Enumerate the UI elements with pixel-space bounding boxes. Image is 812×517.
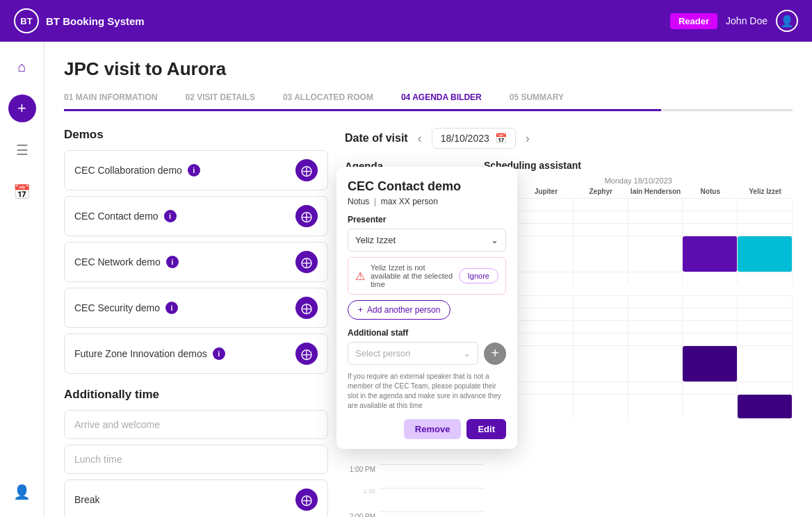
sched-cell-i-1200 [628,296,683,308]
sched-cell-n-1800 [683,395,738,418]
sched-cell-j-945 [519,224,574,236]
add-person-label: Add another person [367,305,440,315]
sched-cell-z-1100 [574,272,628,284]
time-label-1400: 2:00 PM [345,511,380,517]
sched-cell-j-1300 [519,309,574,320]
date-next-button[interactable]: › [523,129,533,149]
sidebar-user-icon[interactable]: 👤 [8,478,36,506]
slot-arrive[interactable]: Arrive and welcome [64,410,328,439]
sched-row-1300: 1:00 PM [484,308,793,320]
room-header-zephyr: Zephyr [574,188,628,195]
sched-cell-j-930 [519,211,574,223]
bt-logo: BT [14,8,39,33]
sched-cell-j-1400 [519,321,574,333]
sched-cell-i-1700 [628,382,683,394]
step-summary[interactable]: 05 SUMMARY [510,92,564,109]
slot-lunch[interactable]: Lunch time [64,445,328,474]
date-prev-button[interactable]: ‹ [415,129,425,149]
step-allocated-room[interactable]: 03 ALLOCATED ROOM [283,92,373,109]
remove-button[interactable]: Remove [404,419,462,439]
sched-cell-n-1000 [683,236,738,272]
header-left: BT BT Booking System [14,8,145,33]
sidebar-add-icon[interactable]: + [8,95,36,122]
sched-cells-1800 [519,394,793,418]
user-avatar[interactable]: 👤 [776,10,798,32]
ignore-button[interactable]: Ignore [459,268,498,284]
sidebar-calendar-icon[interactable]: 📅 [8,178,36,206]
content-area: JPC visit to Aurora 01 MAIN INFORMATION … [44,42,812,517]
demo-item-collaboration[interactable]: CEC Collaboration demo i ⨁ [64,150,328,190]
info-icon-security[interactable]: i [165,302,178,314]
sched-cell-i-1100 [628,272,683,284]
sched-cell-i-945 [628,224,683,236]
sched-cell-z-1300 [574,309,628,320]
sched-cell-z-1500 [574,334,628,345]
demo-item-network[interactable]: CEC Network demo i ⨁ [64,242,328,282]
header-right: Reader John Doe 👤 [670,10,798,32]
staff-select-row: Select person ⌄ + [348,342,506,365]
sched-cell-y-900 [738,199,793,211]
sched-cells-930 [519,211,793,223]
demo-item-security[interactable]: CEC Security demo i ⨁ [64,288,328,328]
sidebar-list-icon[interactable]: ☰ [8,136,36,164]
move-icon-collaboration[interactable]: ⨁ [295,159,318,181]
move-icon-contact[interactable]: ⨁ [295,205,318,227]
time-row-1400: 2:00 PM [345,511,484,517]
step-visit-details[interactable]: 02 VISIT DETAILS [185,92,254,109]
sched-cell-n-1400 [683,321,738,333]
main-container: ⌂ + ☰ 📅 👤 JPC visit to Aurora 01 MAIN IN… [0,42,812,517]
demo-item-future[interactable]: Future Zone Innovation demos i ⨁ [64,334,328,374]
warning-box: ⚠ Yeliz Izzet is not available at the se… [348,257,506,295]
demo-label-collaboration: CEC Collaboration demo [74,165,182,176]
move-icon-break[interactable]: ⨁ [295,489,318,511]
add-staff-circle-button[interactable]: + [484,343,506,365]
move-icon-network[interactable]: ⨁ [295,251,318,273]
sched-cell-y-1500 [738,334,793,345]
right-panel: Date of visit ‹ 18/10/2023 📅 › Agenda Mo… [345,128,793,517]
sched-row-1000: 10:00 AM [484,236,793,272]
presenter-dropdown[interactable]: Yeliz Izzet ⌄ [348,229,506,252]
edit-button[interactable]: Edit [466,419,506,439]
sched-cell-i-900 [628,199,683,211]
sidebar: ⌂ + ☰ 📅 👤 [0,42,44,517]
demo-label-contact: CEC Contact demo [74,211,159,222]
additional-time-section: Additionally time Arrive and welcome Lun… [64,388,328,517]
calendar-icon: 📅 [495,133,507,144]
room-header-notus: Notus [683,188,738,195]
demos-title: Demos [64,128,328,142]
demo-item-contact[interactable]: CEC Contact demo i ⨁ [64,196,328,236]
info-icon-future[interactable]: i [213,347,225,360]
slot-break[interactable]: Break ⨁ [64,479,328,517]
demo-label-future: Future Zone Innovation demos [74,348,207,359]
sched-cell-i-1600 [628,346,683,381]
slot-break-label: Break [74,494,100,505]
sched-cell-n-1300 [683,309,738,320]
sched-row-1100: 11:00 AM [484,272,793,295]
left-panel: Demos CEC Collaboration demo i ⨁ CEC Con… [64,128,328,517]
popup-actions: Remove Edit [348,419,506,439]
add-person-button[interactable]: + Add another person [348,300,450,320]
info-icon-network[interactable]: i [166,256,179,268]
sched-cell-y-1600 [738,346,793,381]
move-icon-security[interactable]: ⨁ [295,297,318,319]
sched-cells-1000 [519,236,793,272]
info-icon-contact[interactable]: i [164,210,177,222]
sched-cell-n-1600 [683,346,738,381]
sched-cell-j-1600 [519,346,574,381]
move-icon-future[interactable]: ⨁ [295,343,318,365]
staff-select-dropdown[interactable]: Select person ⌄ [348,342,478,365]
time-row-1300: 1:00 PM [345,464,484,488]
sched-cells-1500 [519,333,793,345]
warning-text: Yeliz Izzet is not available at the sele… [371,263,453,288]
stepper: 01 MAIN INFORMATION 02 VISIT DETAILS 03 … [64,92,793,111]
demo-item-left-3: CEC Network demo i [74,256,179,268]
step-agenda-bilder[interactable]: 04 AGENDA BILDER [401,92,482,109]
date-input[interactable]: 18/10/2023 📅 [432,128,516,149]
sched-cell-n-1100 [683,272,738,284]
info-icon-collaboration[interactable]: i [188,164,200,177]
sched-cell-z-900 [574,199,628,211]
sched-cells-900 [519,198,793,211]
step-main-info[interactable]: 01 MAIN INFORMATION [64,92,157,109]
sched-cell-j-1800 [519,395,574,418]
sidebar-home-icon[interactable]: ⌂ [8,53,36,81]
